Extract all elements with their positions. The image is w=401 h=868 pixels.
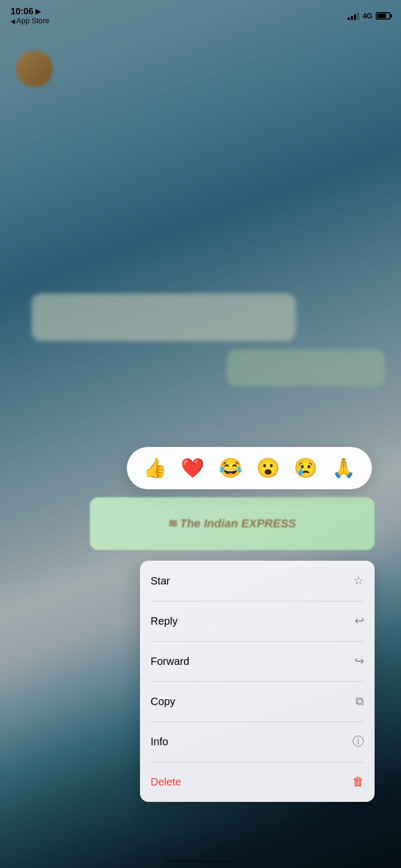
signal-bar-4 — [357, 13, 359, 20]
message-bubble-preview: ≋ The Indian EXPRESS — [90, 497, 375, 550]
delete-icon: 🗑 — [352, 775, 364, 789]
menu-label-copy: Copy — [151, 696, 175, 708]
signal-bars — [348, 12, 359, 20]
emoji-heart[interactable]: ❤️ — [181, 459, 204, 478]
signal-bar-2 — [351, 16, 353, 20]
battery-indicator — [376, 12, 390, 20]
home-indicator — [166, 860, 235, 863]
menu-label-forward: Forward — [151, 655, 189, 668]
signal-bar-3 — [354, 14, 356, 20]
emoji-thumbsup[interactable]: 👍 — [143, 459, 167, 478]
status-time: 10:06 ▶ — [11, 7, 41, 17]
menu-item-star[interactable]: Star ☆ — [140, 561, 375, 601]
menu-item-forward[interactable]: Forward ↪ — [140, 641, 375, 681]
emoji-cry[interactable]: 😢 — [294, 459, 318, 478]
menu-label-info: Info — [151, 736, 168, 748]
app-store-back[interactable]: App Store — [11, 16, 49, 25]
ie-symbol: ≋ — [168, 517, 178, 531]
context-menu: Star ☆ Reply ↩ Forward ↪ Copy ⧉ Info ⓘ D… — [140, 561, 375, 802]
menu-label-star: Star — [151, 575, 170, 587]
star-icon: ☆ — [353, 574, 364, 588]
emoji-pray[interactable]: 🙏 — [332, 459, 356, 478]
menu-item-info[interactable]: Info ⓘ — [140, 721, 375, 762]
reply-icon: ↩ — [355, 614, 364, 628]
battery-fill — [377, 14, 386, 18]
status-bar: 10:06 ▶ App Store 4G — [0, 0, 401, 26]
menu-label-reply: Reply — [151, 615, 178, 627]
network-type: 4G — [362, 12, 372, 20]
status-right: 4G — [348, 12, 390, 20]
copy-icon: ⧉ — [356, 695, 364, 708]
emoji-surprised[interactable]: 😮 — [256, 459, 280, 478]
indian-express-logo: ≋ The Indian EXPRESS — [168, 517, 296, 531]
menu-item-reply[interactable]: Reply ↩ — [140, 601, 375, 641]
signal-bar-1 — [348, 17, 350, 20]
emoji-laugh[interactable]: 😂 — [219, 459, 243, 478]
ie-text: The Indian EXPRESS — [180, 517, 296, 531]
menu-item-delete[interactable]: Delete 🗑 — [140, 762, 375, 802]
menu-item-copy[interactable]: Copy ⧉ — [140, 681, 375, 721]
status-left: 10:06 ▶ App Store — [11, 7, 49, 25]
emoji-reaction-bar[interactable]: 👍 ❤️ 😂 😮 😢 🙏 — [127, 447, 372, 489]
menu-label-delete: Delete — [151, 776, 181, 788]
time-display: 10:06 — [11, 7, 33, 17]
forward-icon: ↪ — [355, 654, 364, 668]
location-icon: ▶ — [35, 8, 41, 15]
info-icon: ⓘ — [352, 734, 364, 750]
